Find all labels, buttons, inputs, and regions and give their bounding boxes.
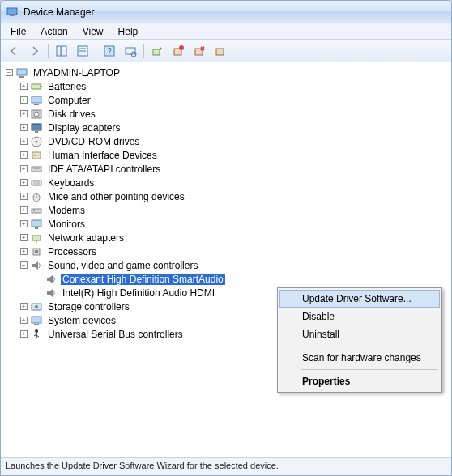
tree-category[interactable]: +Human Interface Devices xyxy=(1,148,451,162)
svg-point-49 xyxy=(35,329,38,333)
expand-icon[interactable]: + xyxy=(19,137,28,147)
expand-icon[interactable]: + xyxy=(19,178,28,188)
svg-point-46 xyxy=(35,305,38,308)
context-menu-separator xyxy=(301,369,438,370)
context-menu-item[interactable]: Uninstall xyxy=(279,325,440,343)
tree-category[interactable]: +DVD/CD-ROM drives xyxy=(1,134,451,148)
expand-icon[interactable]: + xyxy=(19,109,28,119)
tree-item-label[interactable]: Mice and other pointing devices xyxy=(46,191,186,202)
toolbar-separator xyxy=(48,44,49,58)
expand-icon[interactable]: + xyxy=(19,233,28,243)
tree-category[interactable]: +Batteries xyxy=(1,79,451,93)
menu-view[interactable]: View xyxy=(76,24,110,39)
cpu-icon xyxy=(30,245,43,258)
tree-category[interactable]: +Processors xyxy=(1,244,451,258)
status-text: Launches the Update Driver Software Wiza… xyxy=(6,461,279,470)
svg-rect-17 xyxy=(19,76,24,78)
expand-icon[interactable]: + xyxy=(19,302,28,312)
properties-button[interactable] xyxy=(73,42,92,60)
uninstall-button[interactable] xyxy=(168,42,188,60)
tree-item-label[interactable]: DVD/CD-ROM drives xyxy=(46,136,141,147)
expand-icon[interactable]: + xyxy=(19,247,28,257)
collapse-icon[interactable]: − xyxy=(4,68,14,78)
svg-rect-40 xyxy=(35,227,38,229)
update-driver-button[interactable] xyxy=(147,42,167,60)
tree-item-label[interactable]: MYADMIN-LAPTOP xyxy=(32,67,122,79)
app-icon xyxy=(6,6,19,19)
storage-icon xyxy=(30,300,43,313)
network-icon xyxy=(30,232,43,244)
show-hide-tree-button[interactable] xyxy=(52,42,71,60)
sound-icon xyxy=(30,259,43,272)
tree-item-label[interactable]: Modems xyxy=(46,205,87,216)
tree-item-label[interactable]: Intel(R) High Definition Audio HDMI xyxy=(61,287,216,299)
expand-icon[interactable]: + xyxy=(19,123,28,133)
tree-category[interactable]: +Monitors xyxy=(1,217,451,231)
toolbar-separator xyxy=(143,44,144,58)
forward-button[interactable] xyxy=(25,42,45,60)
expand-icon[interactable]: + xyxy=(19,192,28,202)
expand-icon[interactable]: + xyxy=(19,316,28,325)
tree-item-label[interactable]: Display adapters xyxy=(46,122,122,134)
context-menu-item[interactable]: Scan for hardware changes xyxy=(279,349,440,367)
tree-item-label[interactable]: Monitors xyxy=(46,219,87,230)
tree-category[interactable]: +Display adapters xyxy=(1,121,451,134)
tree-item-label[interactable]: Disk drives xyxy=(46,108,97,120)
display-icon xyxy=(30,121,43,134)
expand-icon[interactable]: + xyxy=(19,96,28,105)
tree-category[interactable]: +Keyboards xyxy=(1,176,451,189)
tree-category[interactable]: −Sound, video and game controllers xyxy=(1,258,451,272)
menu-file[interactable]: File xyxy=(4,24,32,39)
expand-icon[interactable]: + xyxy=(19,219,28,229)
enable-button[interactable] xyxy=(211,42,230,60)
context-menu-item[interactable]: Disable xyxy=(279,308,440,325)
tree-item-label[interactable]: Sound, video and game controllers xyxy=(46,260,199,271)
computer-icon xyxy=(30,94,43,107)
back-button[interactable] xyxy=(4,42,23,60)
tree-item-label[interactable]: Processors xyxy=(46,246,98,257)
tree-item-label[interactable]: Conexant High Definition SmartAudio xyxy=(61,274,225,285)
tree-item-label[interactable]: Human Interface Devices xyxy=(46,150,159,161)
tree-item-label[interactable]: System devices xyxy=(46,315,117,326)
tree-item-label[interactable]: Computer xyxy=(46,95,92,106)
svg-rect-28 xyxy=(32,152,41,159)
ide-icon xyxy=(30,163,43,176)
collapse-icon[interactable]: − xyxy=(19,261,28,270)
tree-category[interactable]: +Disk drives xyxy=(1,107,451,121)
svg-rect-21 xyxy=(34,104,39,105)
svg-rect-20 xyxy=(32,96,41,103)
expand-icon[interactable]: + xyxy=(19,164,28,174)
expand-icon[interactable]: + xyxy=(19,206,28,215)
context-menu-item[interactable]: Properties xyxy=(279,372,440,390)
tree-category[interactable]: +Mice and other pointing devices xyxy=(1,189,451,203)
svg-point-13 xyxy=(179,45,184,50)
svg-rect-3 xyxy=(62,46,66,56)
tree-leaf[interactable]: Conexant High Definition SmartAudio xyxy=(1,272,451,286)
menu-action[interactable]: Action xyxy=(34,24,74,39)
tree-category[interactable]: +IDE ATA/ATAPI controllers xyxy=(1,162,451,176)
device-tree[interactable]: −MYADMIN-LAPTOP+Batteries+Computer+Disk … xyxy=(1,62,451,457)
svg-rect-18 xyxy=(32,84,41,89)
menu-help[interactable]: Help xyxy=(112,24,145,39)
svg-rect-24 xyxy=(32,124,41,130)
scan-hardware-button[interactable] xyxy=(121,42,140,60)
tree-root[interactable]: −MYADMIN-LAPTOP xyxy=(1,66,451,79)
svg-rect-9 xyxy=(126,48,135,54)
expand-icon[interactable]: + xyxy=(19,151,28,160)
dvd-icon xyxy=(30,135,43,148)
expand-icon[interactable]: + xyxy=(19,82,28,91)
tree-item-label[interactable]: Keyboards xyxy=(46,177,96,189)
tree-item-label[interactable]: IDE ATA/ATAPI controllers xyxy=(46,164,162,175)
disable-button[interactable] xyxy=(190,42,209,60)
tree-item-label[interactable]: Batteries xyxy=(46,81,87,92)
help-button[interactable]: ? xyxy=(100,42,119,60)
tree-category[interactable]: +Modems xyxy=(1,203,451,217)
tree-item-label[interactable]: Network adapters xyxy=(46,232,126,244)
context-menu-item[interactable]: Update Driver Software... xyxy=(279,290,440,308)
tree-item-label[interactable]: Storage controllers xyxy=(46,301,131,312)
tree-item-label[interactable]: Universal Serial Bus controllers xyxy=(46,329,185,340)
svg-rect-2 xyxy=(57,46,61,56)
tree-category[interactable]: +Network adapters xyxy=(1,231,451,244)
tree-category[interactable]: +Computer xyxy=(1,93,451,107)
expand-icon[interactable]: + xyxy=(19,329,28,339)
